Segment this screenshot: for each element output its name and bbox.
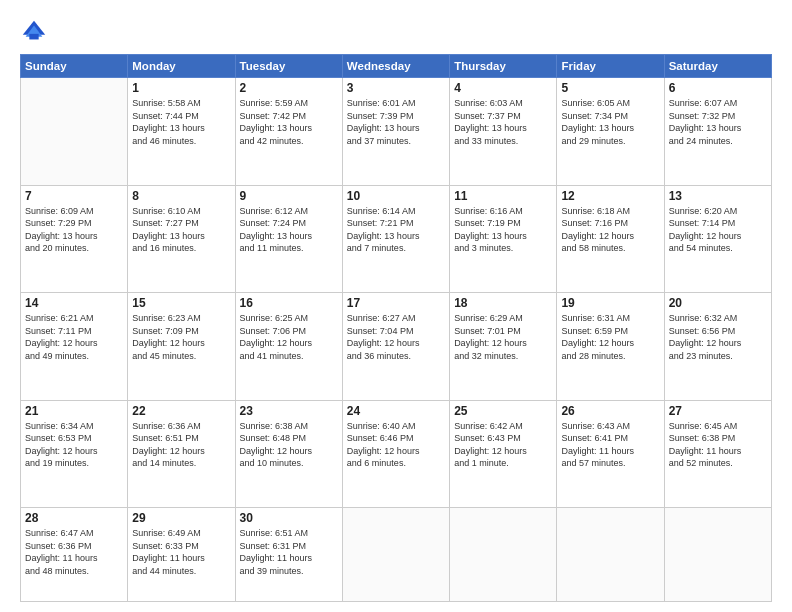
calendar-cell: 13Sunrise: 6:20 AM Sunset: 7:14 PM Dayli… bbox=[664, 185, 771, 293]
calendar-cell: 1Sunrise: 5:58 AM Sunset: 7:44 PM Daylig… bbox=[128, 78, 235, 186]
day-info: Sunrise: 6:31 AM Sunset: 6:59 PM Dayligh… bbox=[561, 312, 659, 362]
day-number: 19 bbox=[561, 296, 659, 310]
day-number: 20 bbox=[669, 296, 767, 310]
weekday-header-thursday: Thursday bbox=[450, 55, 557, 78]
day-info: Sunrise: 6:03 AM Sunset: 7:37 PM Dayligh… bbox=[454, 97, 552, 147]
day-number: 2 bbox=[240, 81, 338, 95]
calendar-cell: 30Sunrise: 6:51 AM Sunset: 6:31 PM Dayli… bbox=[235, 508, 342, 602]
day-info: Sunrise: 6:43 AM Sunset: 6:41 PM Dayligh… bbox=[561, 420, 659, 470]
calendar: SundayMondayTuesdayWednesdayThursdayFrid… bbox=[20, 54, 772, 602]
weekday-header-friday: Friday bbox=[557, 55, 664, 78]
calendar-cell: 19Sunrise: 6:31 AM Sunset: 6:59 PM Dayli… bbox=[557, 293, 664, 401]
day-info: Sunrise: 6:14 AM Sunset: 7:21 PM Dayligh… bbox=[347, 205, 445, 255]
day-number: 15 bbox=[132, 296, 230, 310]
calendar-cell: 29Sunrise: 6:49 AM Sunset: 6:33 PM Dayli… bbox=[128, 508, 235, 602]
calendar-cell: 23Sunrise: 6:38 AM Sunset: 6:48 PM Dayli… bbox=[235, 400, 342, 508]
day-number: 26 bbox=[561, 404, 659, 418]
calendar-cell: 8Sunrise: 6:10 AM Sunset: 7:27 PM Daylig… bbox=[128, 185, 235, 293]
day-info: Sunrise: 6:07 AM Sunset: 7:32 PM Dayligh… bbox=[669, 97, 767, 147]
logo bbox=[20, 18, 52, 46]
calendar-cell: 5Sunrise: 6:05 AM Sunset: 7:34 PM Daylig… bbox=[557, 78, 664, 186]
day-info: Sunrise: 6:12 AM Sunset: 7:24 PM Dayligh… bbox=[240, 205, 338, 255]
calendar-cell: 6Sunrise: 6:07 AM Sunset: 7:32 PM Daylig… bbox=[664, 78, 771, 186]
day-info: Sunrise: 6:40 AM Sunset: 6:46 PM Dayligh… bbox=[347, 420, 445, 470]
calendar-cell: 24Sunrise: 6:40 AM Sunset: 6:46 PM Dayli… bbox=[342, 400, 449, 508]
calendar-cell bbox=[557, 508, 664, 602]
calendar-cell: 12Sunrise: 6:18 AM Sunset: 7:16 PM Dayli… bbox=[557, 185, 664, 293]
day-number: 14 bbox=[25, 296, 123, 310]
day-info: Sunrise: 6:10 AM Sunset: 7:27 PM Dayligh… bbox=[132, 205, 230, 255]
page: SundayMondayTuesdayWednesdayThursdayFrid… bbox=[0, 0, 792, 612]
calendar-cell: 14Sunrise: 6:21 AM Sunset: 7:11 PM Dayli… bbox=[21, 293, 128, 401]
calendar-cell: 21Sunrise: 6:34 AM Sunset: 6:53 PM Dayli… bbox=[21, 400, 128, 508]
day-number: 25 bbox=[454, 404, 552, 418]
calendar-cell bbox=[664, 508, 771, 602]
day-info: Sunrise: 6:20 AM Sunset: 7:14 PM Dayligh… bbox=[669, 205, 767, 255]
day-number: 11 bbox=[454, 189, 552, 203]
calendar-cell: 11Sunrise: 6:16 AM Sunset: 7:19 PM Dayli… bbox=[450, 185, 557, 293]
calendar-week-2: 7Sunrise: 6:09 AM Sunset: 7:29 PM Daylig… bbox=[21, 185, 772, 293]
day-info: Sunrise: 6:29 AM Sunset: 7:01 PM Dayligh… bbox=[454, 312, 552, 362]
calendar-cell: 27Sunrise: 6:45 AM Sunset: 6:38 PM Dayli… bbox=[664, 400, 771, 508]
day-number: 16 bbox=[240, 296, 338, 310]
day-info: Sunrise: 6:21 AM Sunset: 7:11 PM Dayligh… bbox=[25, 312, 123, 362]
day-info: Sunrise: 6:05 AM Sunset: 7:34 PM Dayligh… bbox=[561, 97, 659, 147]
day-number: 1 bbox=[132, 81, 230, 95]
weekday-header-row: SundayMondayTuesdayWednesdayThursdayFrid… bbox=[21, 55, 772, 78]
day-info: Sunrise: 6:42 AM Sunset: 6:43 PM Dayligh… bbox=[454, 420, 552, 470]
calendar-week-3: 14Sunrise: 6:21 AM Sunset: 7:11 PM Dayli… bbox=[21, 293, 772, 401]
day-number: 10 bbox=[347, 189, 445, 203]
calendar-cell: 22Sunrise: 6:36 AM Sunset: 6:51 PM Dayli… bbox=[128, 400, 235, 508]
day-info: Sunrise: 6:18 AM Sunset: 7:16 PM Dayligh… bbox=[561, 205, 659, 255]
day-info: Sunrise: 6:47 AM Sunset: 6:36 PM Dayligh… bbox=[25, 527, 123, 577]
calendar-cell: 7Sunrise: 6:09 AM Sunset: 7:29 PM Daylig… bbox=[21, 185, 128, 293]
calendar-cell: 2Sunrise: 5:59 AM Sunset: 7:42 PM Daylig… bbox=[235, 78, 342, 186]
calendar-week-1: 1Sunrise: 5:58 AM Sunset: 7:44 PM Daylig… bbox=[21, 78, 772, 186]
day-info: Sunrise: 6:38 AM Sunset: 6:48 PM Dayligh… bbox=[240, 420, 338, 470]
day-info: Sunrise: 6:36 AM Sunset: 6:51 PM Dayligh… bbox=[132, 420, 230, 470]
header bbox=[20, 18, 772, 46]
day-info: Sunrise: 5:58 AM Sunset: 7:44 PM Dayligh… bbox=[132, 97, 230, 147]
day-number: 5 bbox=[561, 81, 659, 95]
day-number: 22 bbox=[132, 404, 230, 418]
day-info: Sunrise: 6:23 AM Sunset: 7:09 PM Dayligh… bbox=[132, 312, 230, 362]
calendar-cell: 17Sunrise: 6:27 AM Sunset: 7:04 PM Dayli… bbox=[342, 293, 449, 401]
calendar-cell bbox=[342, 508, 449, 602]
calendar-week-4: 21Sunrise: 6:34 AM Sunset: 6:53 PM Dayli… bbox=[21, 400, 772, 508]
day-number: 3 bbox=[347, 81, 445, 95]
day-number: 30 bbox=[240, 511, 338, 525]
day-number: 21 bbox=[25, 404, 123, 418]
day-info: Sunrise: 6:09 AM Sunset: 7:29 PM Dayligh… bbox=[25, 205, 123, 255]
calendar-cell: 20Sunrise: 6:32 AM Sunset: 6:56 PM Dayli… bbox=[664, 293, 771, 401]
calendar-cell: 4Sunrise: 6:03 AM Sunset: 7:37 PM Daylig… bbox=[450, 78, 557, 186]
calendar-cell: 18Sunrise: 6:29 AM Sunset: 7:01 PM Dayli… bbox=[450, 293, 557, 401]
calendar-cell: 9Sunrise: 6:12 AM Sunset: 7:24 PM Daylig… bbox=[235, 185, 342, 293]
calendar-cell: 10Sunrise: 6:14 AM Sunset: 7:21 PM Dayli… bbox=[342, 185, 449, 293]
day-number: 17 bbox=[347, 296, 445, 310]
day-number: 9 bbox=[240, 189, 338, 203]
weekday-header-sunday: Sunday bbox=[21, 55, 128, 78]
day-info: Sunrise: 6:27 AM Sunset: 7:04 PM Dayligh… bbox=[347, 312, 445, 362]
weekday-header-saturday: Saturday bbox=[664, 55, 771, 78]
day-info: Sunrise: 6:32 AM Sunset: 6:56 PM Dayligh… bbox=[669, 312, 767, 362]
day-number: 27 bbox=[669, 404, 767, 418]
day-number: 23 bbox=[240, 404, 338, 418]
logo-icon bbox=[20, 18, 48, 46]
calendar-cell: 16Sunrise: 6:25 AM Sunset: 7:06 PM Dayli… bbox=[235, 293, 342, 401]
calendar-cell: 15Sunrise: 6:23 AM Sunset: 7:09 PM Dayli… bbox=[128, 293, 235, 401]
day-info: Sunrise: 6:49 AM Sunset: 6:33 PM Dayligh… bbox=[132, 527, 230, 577]
svg-rect-2 bbox=[29, 34, 38, 40]
calendar-cell: 26Sunrise: 6:43 AM Sunset: 6:41 PM Dayli… bbox=[557, 400, 664, 508]
calendar-cell bbox=[21, 78, 128, 186]
day-number: 13 bbox=[669, 189, 767, 203]
weekday-header-tuesday: Tuesday bbox=[235, 55, 342, 78]
day-info: Sunrise: 6:25 AM Sunset: 7:06 PM Dayligh… bbox=[240, 312, 338, 362]
day-number: 12 bbox=[561, 189, 659, 203]
calendar-cell: 28Sunrise: 6:47 AM Sunset: 6:36 PM Dayli… bbox=[21, 508, 128, 602]
calendar-cell bbox=[450, 508, 557, 602]
day-info: Sunrise: 6:51 AM Sunset: 6:31 PM Dayligh… bbox=[240, 527, 338, 577]
day-info: Sunrise: 5:59 AM Sunset: 7:42 PM Dayligh… bbox=[240, 97, 338, 147]
day-number: 28 bbox=[25, 511, 123, 525]
day-info: Sunrise: 6:01 AM Sunset: 7:39 PM Dayligh… bbox=[347, 97, 445, 147]
day-info: Sunrise: 6:16 AM Sunset: 7:19 PM Dayligh… bbox=[454, 205, 552, 255]
